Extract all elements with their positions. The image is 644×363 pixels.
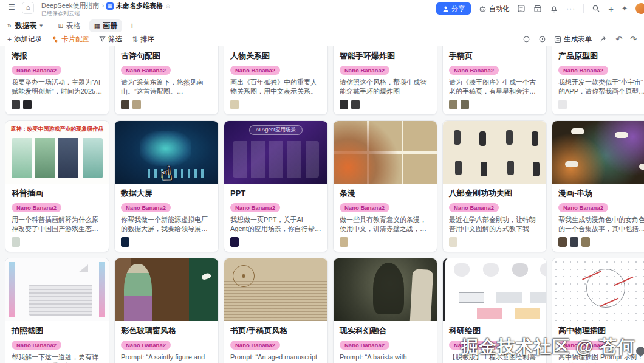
card-cover-image[interactable]: 原神：改变中国游戏产业的现象级作品 bbox=[5, 121, 109, 184]
watermark-text: 掘金技术社区 @ 苍何 bbox=[461, 335, 635, 359]
attachment-thumbnail[interactable] bbox=[449, 237, 457, 247]
attachment-thumbnail[interactable] bbox=[461, 100, 469, 109]
attachment-thumbnail[interactable] bbox=[12, 100, 20, 109]
sidebar-toggle-icon[interactable]: ☰ bbox=[6, 2, 17, 13]
history-clock-icon[interactable] bbox=[538, 35, 546, 43]
card-cover-image[interactable] bbox=[552, 258, 644, 321]
notification-bell-icon[interactable] bbox=[550, 4, 558, 13]
avatar[interactable] bbox=[635, 3, 644, 14]
gallery-card[interactable]: AI Agent应用场景 PPT Nano Banana2 我想做一页PPT，关… bbox=[224, 120, 328, 252]
filter-button[interactable]: 筛选 bbox=[99, 35, 122, 44]
card-title: 智能手环爆炸图 bbox=[340, 50, 431, 61]
attachment-thumbnail[interactable] bbox=[351, 100, 360, 109]
attachment-thumbnail[interactable] bbox=[570, 237, 578, 247]
gallery-card[interactable]: 数据大屏 Nano Banana2 你帮我做一个新能源虚拟电厂的数据大屏，我要给… bbox=[114, 120, 219, 252]
breadcrumb-parent[interactable]: DeepSeek使用指南 bbox=[41, 2, 99, 10]
attachment-thumbnail[interactable] bbox=[121, 237, 129, 247]
attachment-thumbnail[interactable] bbox=[121, 100, 129, 109]
card-tag-badge: Nano Banana2 bbox=[558, 203, 608, 212]
attachment-thumbnail[interactable] bbox=[23, 100, 32, 109]
add-record-button[interactable]: + 添加记录 bbox=[7, 35, 42, 44]
card-tag-badge: Nano Banana2 bbox=[340, 203, 389, 212]
attachment-thumbnail[interactable] bbox=[340, 237, 348, 247]
gallery-card[interactable]: 手稿页 Nano Banana2 请为《滕王阁序》生成一个古老的手稿页，有星星和… bbox=[442, 46, 547, 115]
attachment-thumbnail[interactable] bbox=[12, 237, 20, 247]
card-description: 请为《滕王阁序》生成一个古老的手稿页，有星星和旁注的墨水图，书页风格 bbox=[449, 78, 540, 96]
gallery-card[interactable]: 产品原型图 Nano Banana2 我想开发一款类似于“小宇宙”的APP，请你… bbox=[552, 46, 644, 115]
card-description: 请仿照这个风格，帮我生成智能穿戴手环的爆炸图 bbox=[340, 78, 431, 96]
sort-button[interactable]: ⇅ 排序 bbox=[132, 35, 154, 44]
gallery-card[interactable]: 条漫 Nano Banana2 做一些具有教育意义的条漫，使用中文，讲清赤壁之战… bbox=[333, 120, 437, 252]
card-attachments bbox=[340, 100, 431, 110]
favorite-star-icon[interactable]: ☆ bbox=[165, 2, 171, 10]
undo-icon[interactable]: ↶ bbox=[615, 35, 622, 44]
watermark-badge bbox=[636, 347, 644, 356]
home-icon[interactable]: ⌂ bbox=[22, 2, 34, 14]
tab-gallery-view[interactable]: ▦ 画册 bbox=[89, 19, 122, 32]
card-body: 八部金刚功功夫图 Nano Banana2 最近在学八部金刚功，让特朗普用中文图… bbox=[443, 184, 546, 252]
card-attachments bbox=[121, 237, 212, 247]
attachment-thumbnail[interactable] bbox=[230, 237, 239, 247]
gallery-card[interactable]: 古诗句配图 Nano Banana2 请为“采菊东篱下，悠然见南山。”这首诗配图… bbox=[114, 46, 219, 115]
data-table-selector[interactable]: 数据表 ▼ bbox=[15, 21, 44, 31]
new-doc-plus-icon[interactable]: + bbox=[608, 4, 614, 14]
grid-view-icon: ⊞ bbox=[58, 22, 64, 30]
card-tag-badge: Nano Banana2 bbox=[12, 341, 61, 350]
export-share-icon[interactable] bbox=[600, 35, 608, 43]
tab-grid-view[interactable]: ⊞ 表格 bbox=[53, 19, 86, 32]
gallery-card[interactable]: 人物关系图 Nano Banana2 画出《百年孤独》中的重要人物关系图，用中文… bbox=[224, 46, 328, 115]
views-expand-icon[interactable]: » bbox=[7, 21, 12, 30]
attachment-thumbnail[interactable] bbox=[558, 237, 567, 247]
card-cover-image[interactable] bbox=[115, 258, 218, 321]
generate-form-button[interactable]: 生成表单 bbox=[554, 35, 592, 44]
gallery-card[interactable]: 八部金刚功功夫图 Nano Banana2 最近在学八部金刚功，让特朗普用中文图… bbox=[442, 120, 547, 252]
card-title: 高中物理插图 bbox=[558, 325, 644, 336]
card-cover-image[interactable] bbox=[224, 258, 327, 321]
card-cover-image[interactable] bbox=[443, 258, 546, 321]
attachment-thumbnail[interactable] bbox=[449, 100, 457, 109]
card-title: 产品原型图 bbox=[558, 50, 644, 61]
card-cover-image[interactable] bbox=[334, 258, 437, 321]
card-attachments bbox=[340, 237, 431, 247]
share-button[interactable]: 分享 bbox=[436, 2, 471, 15]
mouse-cursor-pointer: ☝ bbox=[159, 163, 173, 184]
card-cover-image[interactable]: AI Agent应用场景 bbox=[224, 121, 327, 184]
page-title[interactable]: 未命名多维表格 bbox=[116, 2, 163, 10]
gallery-card[interactable]: 彩色玻璃窗风格 Nano Banana2 Prompt: “A saintly … bbox=[114, 258, 219, 363]
card-body: 拍照截图 Nano Banana2 帮我解一下这一道题，要有详细步骤，中文手写样… bbox=[5, 321, 109, 363]
card-cover-image[interactable] bbox=[552, 121, 644, 184]
add-view-button[interactable]: + bbox=[126, 21, 138, 30]
card-cover-image[interactable] bbox=[334, 121, 437, 184]
card-body: 海报 Nano Banana2 我要举办一场活动，主题为“AI赋能发明创新”，时… bbox=[5, 46, 109, 114]
redo-icon[interactable]: ↷ bbox=[630, 35, 637, 44]
gallery-card[interactable]: 现实科幻融合 Nano Banana2 Prompt: “A barista w… bbox=[333, 258, 437, 363]
card-config-button[interactable]: 卡片配置 bbox=[52, 35, 89, 44]
card-title: 书页/手稿页风格 bbox=[230, 325, 321, 336]
more-menu-icon[interactable]: ··· bbox=[566, 4, 575, 13]
ai-sparkle-icon[interactable]: ✦ bbox=[622, 4, 628, 13]
gallery-card[interactable]: 原神：改变中国游戏产业的现象级作品 科普插画 Nano Banana2 用一个科… bbox=[5, 120, 109, 252]
card-title: 海报 bbox=[12, 50, 103, 61]
search-icon[interactable] bbox=[592, 4, 600, 13]
card-title: 人物关系图 bbox=[230, 50, 321, 61]
attachment-thumbnail[interactable] bbox=[132, 100, 141, 109]
gallery-card[interactable]: 漫画-串场 Nano Banana2 帮我生成动漫角色中的女角色的一个合集故事，… bbox=[552, 120, 644, 252]
gallery-card[interactable]: 拍照截图 Nano Banana2 帮我解一下这一道题，要有详细步骤，中文手写样… bbox=[5, 258, 109, 363]
attachment-thumbnail[interactable] bbox=[340, 100, 348, 109]
attachment-thumbnail[interactable] bbox=[558, 100, 567, 109]
automation-button[interactable]: 自动化 bbox=[479, 4, 509, 13]
attachment-thumbnail[interactable] bbox=[230, 100, 239, 109]
gallery-card[interactable]: 书页/手稿页风格 Nano Banana2 Prompt: “An aged m… bbox=[224, 258, 328, 363]
card-attachments bbox=[558, 100, 644, 110]
doc-panel-icon[interactable] bbox=[517, 4, 526, 13]
card-tag-badge: Nano Banana2 bbox=[12, 66, 61, 75]
card-cover-image[interactable] bbox=[5, 258, 109, 321]
card-description: Prompt: “A saintly figure and soaring do… bbox=[121, 353, 212, 363]
card-cover-image[interactable] bbox=[443, 121, 546, 184]
card-title: 漫画-串场 bbox=[558, 188, 644, 198]
attachment-thumbnail[interactable] bbox=[581, 237, 590, 247]
gallery-card[interactable]: 智能手环爆炸图 Nano Banana2 请仿照这个风格，帮我生成智能穿戴手环的… bbox=[333, 46, 437, 115]
widget-box-icon[interactable] bbox=[533, 4, 542, 13]
record-circle-icon[interactable] bbox=[522, 35, 530, 43]
gallery-card[interactable]: 海报 Nano Banana2 我要举办一场活动，主题为“AI赋能发明创新”，时… bbox=[5, 46, 109, 115]
